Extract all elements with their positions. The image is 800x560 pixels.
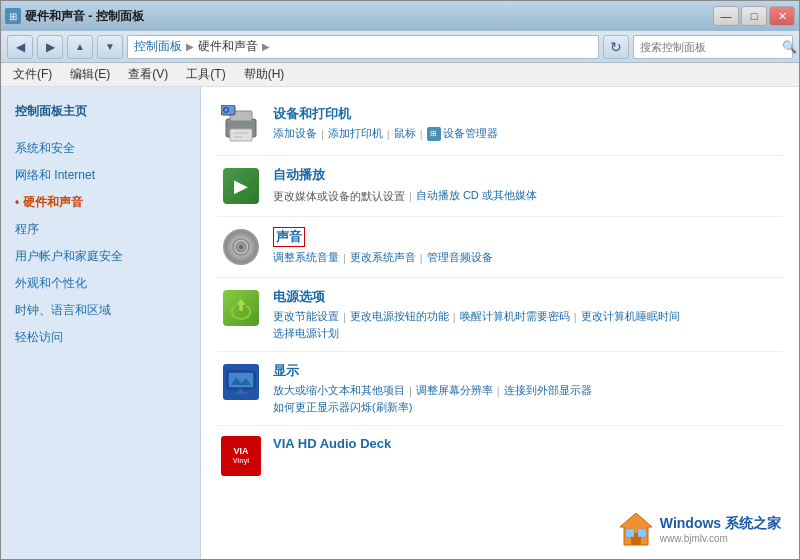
devices-content: 设备和打印机 添加设备 | 添加打印机 | 鼠标 | ⊞ 设备管理器: [273, 105, 779, 141]
power-link-sleep[interactable]: 更改计算机睡眠时间: [581, 309, 680, 324]
menu-edit[interactable]: 编辑(E): [62, 64, 118, 85]
sidebar-item-programs[interactable]: 程序: [9, 217, 192, 242]
power-title[interactable]: 电源选项: [273, 288, 779, 306]
sidebar-item-hardware[interactable]: 硬件和声音: [9, 190, 192, 215]
content-area: 控制面板主页 系统和安全 网络和 Internet 硬件和声音 程序 用户帐户和…: [1, 87, 799, 559]
sound-title[interactable]: 声音: [273, 227, 305, 247]
sidebar-item-accounts[interactable]: 用户帐户和家庭安全: [9, 244, 192, 269]
devices-link-add[interactable]: 添加设备: [273, 126, 317, 141]
display-content: 显示 放大或缩小文本和其他项目 | 调整屏幕分辨率 | 连接到外部显示器 如何更…: [273, 362, 779, 415]
search-box: 🔍: [633, 35, 793, 59]
window-title: 硬件和声音 - 控制面板: [25, 8, 713, 25]
power-content: 电源选项 更改节能设置 | 更改电源按钮的功能 | 唤醒计算机时需要密码 | 更…: [273, 288, 779, 341]
sidebar: 控制面板主页 系统和安全 网络和 Internet 硬件和声音 程序 用户帐户和…: [1, 87, 201, 559]
via-icon: VIA Vinyl: [221, 436, 261, 476]
autoplay-content: 自动播放 更改媒体或设备的默认设置 | 自动播放 CD 或其他媒体: [273, 166, 779, 204]
main-panel: 设备和打印机 添加设备 | 添加打印机 | 鼠标 | ⊞ 设备管理器: [201, 87, 799, 559]
devices-link-printer[interactable]: 添加打印机: [328, 126, 383, 141]
power-link-plan[interactable]: 选择电源计划: [273, 326, 339, 341]
devices-icon: [221, 105, 261, 145]
display-links-row2: 如何更正显示器闪烁(刷新率): [273, 400, 779, 415]
forward-button[interactable]: ▶: [37, 35, 63, 59]
breadcrumb-current: 硬件和声音: [198, 38, 258, 55]
sidebar-item-security[interactable]: 系统和安全: [9, 136, 192, 161]
power-links-row1: 更改节能设置 | 更改电源按钮的功能 | 唤醒计算机时需要密码 | 更改计算机睡…: [273, 309, 779, 324]
power-link-button[interactable]: 更改电源按钮的功能: [350, 309, 449, 324]
display-links-row1: 放大或缩小文本和其他项目 | 调整屏幕分辨率 | 连接到外部显示器: [273, 383, 779, 398]
breadcrumb: 控制面板 ▶ 硬件和声音 ▶: [127, 35, 599, 59]
panel-item-power: 电源选项 更改节能设置 | 更改电源按钮的功能 | 唤醒计算机时需要密码 | 更…: [217, 278, 783, 352]
panel-item-via: VIA Vinyl VIA HD Audio Deck: [217, 426, 783, 486]
sidebar-title[interactable]: 控制面板主页: [9, 99, 192, 124]
display-icon: [221, 362, 261, 402]
autoplay-link-cd[interactable]: 自动播放 CD 或其他媒体: [416, 188, 537, 203]
display-link-text[interactable]: 放大或缩小文本和其他项目: [273, 383, 405, 398]
close-button[interactable]: ✕: [769, 6, 795, 26]
autoplay-links: 更改媒体或设备的默认设置 | 自动播放 CD 或其他媒体: [273, 187, 779, 204]
sound-link-volume[interactable]: 调整系统音量: [273, 250, 339, 265]
via-title[interactable]: VIA HD Audio Deck: [273, 436, 779, 451]
recent-button[interactable]: ▼: [97, 35, 123, 59]
sidebar-item-network[interactable]: 网络和 Internet: [9, 163, 192, 188]
display-title[interactable]: 显示: [273, 362, 779, 380]
menu-tools[interactable]: 工具(T): [178, 64, 233, 85]
sound-icon: [221, 227, 261, 267]
sound-links: 调整系统音量 | 更改系统声音 | 管理音频设备: [273, 250, 779, 265]
watermark-brand: Windows 系统之家: [660, 515, 781, 533]
svg-rect-16: [239, 389, 243, 392]
sidebar-item-access[interactable]: 轻松访问: [9, 325, 192, 350]
autoplay-title[interactable]: 自动播放: [273, 166, 779, 184]
svg-rect-21: [638, 529, 646, 537]
menu-view[interactable]: 查看(V): [120, 64, 176, 85]
watermark-text-block: Windows 系统之家 www.bjmlv.com: [660, 515, 781, 544]
breadcrumb-root[interactable]: 控制面板: [134, 38, 182, 55]
back-button[interactable]: ◀: [7, 35, 33, 59]
sound-link-change[interactable]: 更改系统声音: [350, 250, 416, 265]
power-link-wake[interactable]: 唤醒计算机时需要密码: [460, 309, 570, 324]
power-link-settings[interactable]: 更改节能设置: [273, 309, 339, 324]
address-bar: ◀ ▶ ▲ ▼ 控制面板 ▶ 硬件和声音 ▶ ↻ 🔍: [1, 31, 799, 63]
search-input[interactable]: [640, 41, 778, 53]
minimize-button[interactable]: —: [713, 6, 739, 26]
display-link-external[interactable]: 连接到外部显示器: [504, 383, 592, 398]
watermark-url: www.bjmlv.com: [660, 533, 781, 544]
sound-icon-shape: [223, 229, 259, 265]
devices-link-manager[interactable]: 设备管理器: [443, 126, 498, 141]
panel-item-devices: 设备和打印机 添加设备 | 添加打印机 | 鼠标 | ⊞ 设备管理器: [217, 95, 783, 156]
devices-title[interactable]: 设备和打印机: [273, 105, 779, 123]
svg-rect-20: [626, 529, 634, 537]
autoplay-icon-shape: ▶: [223, 168, 259, 204]
svg-rect-4: [233, 136, 243, 138]
menu-help[interactable]: 帮助(H): [236, 64, 293, 85]
main-window: ⊞ 硬件和声音 - 控制面板 — □ ✕ ◀ ▶ ▲ ▼ 控制面板 ▶ 硬件和声…: [0, 0, 800, 560]
menu-file[interactable]: 文件(F): [5, 64, 60, 85]
panel-item-sound: 声音 调整系统音量 | 更改系统声音 | 管理音频设备: [217, 217, 783, 278]
power-links-row2: 选择电源计划: [273, 326, 779, 341]
refresh-button[interactable]: ↻: [603, 35, 629, 59]
search-icon[interactable]: 🔍: [782, 40, 797, 54]
display-link-flicker[interactable]: 如何更正显示器闪烁(刷新率): [273, 400, 412, 415]
svg-rect-2: [230, 129, 252, 141]
svg-point-8: [225, 109, 228, 112]
window-icon: ⊞: [5, 8, 21, 24]
via-icon-shape: VIA Vinyl: [221, 436, 261, 476]
watermark: Windows 系统之家 www.bjmlv.com: [610, 507, 789, 551]
devices-link-mouse[interactable]: 鼠标: [394, 126, 416, 141]
window-controls: — □ ✕: [713, 6, 795, 26]
sound-link-manage[interactable]: 管理音频设备: [427, 250, 493, 265]
svg-point-11: [239, 245, 243, 249]
breadcrumb-sep2: ▶: [262, 41, 270, 52]
sidebar-item-clock[interactable]: 时钟、语言和区域: [9, 298, 192, 323]
display-link-resolution[interactable]: 调整屏幕分辨率: [416, 383, 493, 398]
maximize-button[interactable]: □: [741, 6, 767, 26]
via-content: VIA HD Audio Deck: [273, 436, 779, 454]
up-button[interactable]: ▲: [67, 35, 93, 59]
power-icon-shape: [223, 290, 259, 326]
svg-rect-3: [233, 132, 249, 134]
panel-item-display: 显示 放大或缩小文本和其他项目 | 调整屏幕分辨率 | 连接到外部显示器 如何更…: [217, 352, 783, 426]
sound-content: 声音 调整系统音量 | 更改系统声音 | 管理音频设备: [273, 227, 779, 265]
devices-links: 添加设备 | 添加打印机 | 鼠标 | ⊞ 设备管理器: [273, 126, 779, 141]
sidebar-item-appearance[interactable]: 外观和个性化: [9, 271, 192, 296]
svg-rect-17: [235, 392, 247, 394]
title-bar: ⊞ 硬件和声音 - 控制面板 — □ ✕: [1, 1, 799, 31]
